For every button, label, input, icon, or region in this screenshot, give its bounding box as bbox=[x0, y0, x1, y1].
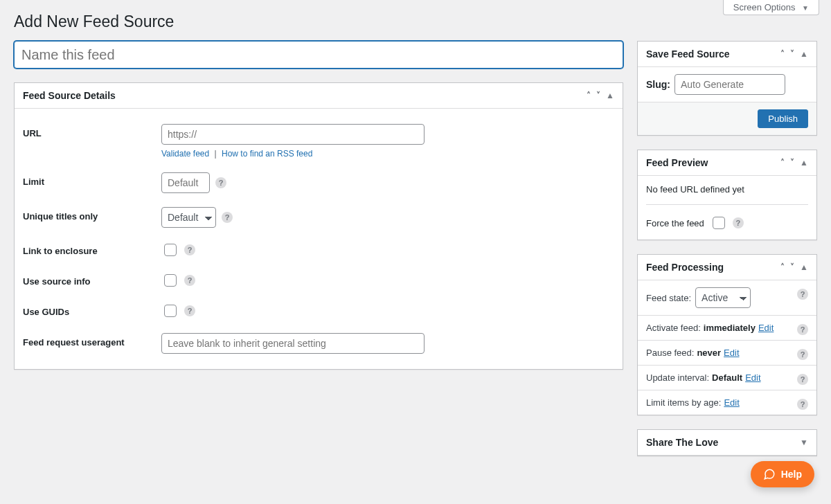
pause-feed-label: Pause feed: bbox=[646, 348, 694, 358]
feed-processing-panel: Feed Processing ˄ ˅ ▲ Feed state: Active… bbox=[637, 254, 817, 415]
url-input[interactable] bbox=[161, 124, 425, 145]
limit-age-label: Limit items by age: bbox=[646, 397, 721, 408]
save-heading: Save Feed Source bbox=[646, 48, 730, 60]
share-heading: Share The Love bbox=[646, 437, 718, 448]
move-up-icon[interactable]: ˄ bbox=[587, 91, 591, 100]
unique-titles-label: Unique titles only bbox=[23, 207, 148, 222]
panel-toggle-icon[interactable]: ▼ bbox=[800, 438, 808, 447]
link-enclosure-checkbox[interactable] bbox=[164, 244, 177, 256]
feed-state-label: Feed state: bbox=[646, 293, 691, 303]
chat-icon bbox=[763, 468, 776, 480]
help-icon[interactable]: ? bbox=[733, 217, 744, 228]
feed-title-input[interactable] bbox=[14, 41, 623, 69]
help-icon[interactable]: ? bbox=[215, 177, 226, 188]
separator: | bbox=[215, 149, 217, 159]
link-enclosure-label: Link to enclosure bbox=[23, 242, 148, 256]
screen-options-label: Screen Options bbox=[733, 2, 796, 12]
move-up-icon[interactable]: ˄ bbox=[780, 263, 785, 271]
useragent-label: Feed request useragent bbox=[23, 333, 148, 348]
share-the-love-panel: Share The Love ▼ bbox=[637, 429, 817, 456]
feed-source-details-panel: Feed Source Details ˄ ˅ ▲ URL Validate f… bbox=[14, 82, 623, 370]
panel-toggle-icon[interactable]: ▲ bbox=[606, 91, 614, 100]
how-to-find-rss-link[interactable]: How to find an RSS feed bbox=[222, 149, 312, 159]
move-down-icon[interactable]: ˅ bbox=[596, 91, 600, 100]
help-fab-button[interactable]: Help bbox=[751, 461, 814, 487]
url-label: URL bbox=[23, 124, 148, 138]
panel-toggle-icon[interactable]: ▲ bbox=[800, 49, 808, 59]
update-interval-edit-link[interactable]: Edit bbox=[745, 372, 760, 383]
move-up-icon[interactable]: ˄ bbox=[780, 50, 785, 58]
no-feed-url-message: No feed URL defined yet bbox=[646, 184, 808, 205]
update-interval-value: Default bbox=[712, 372, 742, 383]
panel-toggle-icon[interactable]: ▲ bbox=[800, 158, 808, 168]
help-icon[interactable]: ? bbox=[184, 305, 195, 316]
move-down-icon[interactable]: ˅ bbox=[790, 159, 794, 167]
use-source-info-label: Use source info bbox=[23, 272, 148, 287]
force-feed-label: Force the feed bbox=[646, 218, 704, 228]
limit-input[interactable] bbox=[161, 172, 210, 193]
force-feed-checkbox[interactable] bbox=[713, 217, 725, 229]
help-fab-label: Help bbox=[781, 469, 802, 480]
help-icon[interactable]: ? bbox=[222, 212, 233, 223]
slug-label: Slug: bbox=[646, 79, 670, 90]
page-title: Add New Feed Source bbox=[14, 12, 817, 31]
help-icon[interactable]: ? bbox=[797, 399, 808, 410]
use-guids-label: Use GUIDs bbox=[23, 303, 148, 317]
screen-options-toggle[interactable]: Screen Options ▼ bbox=[723, 0, 819, 15]
move-down-icon[interactable]: ˅ bbox=[790, 263, 794, 271]
processing-heading: Feed Processing bbox=[646, 262, 724, 273]
pause-feed-edit-link[interactable]: Edit bbox=[724, 348, 739, 358]
slug-input[interactable] bbox=[674, 74, 785, 95]
useragent-input[interactable] bbox=[161, 333, 425, 354]
activate-feed-edit-link[interactable]: Edit bbox=[758, 323, 774, 333]
activate-feed-label: Activate feed: bbox=[646, 323, 701, 333]
help-icon[interactable]: ? bbox=[797, 349, 808, 360]
limit-label: Limit bbox=[23, 172, 148, 187]
panel-toggle-icon[interactable]: ▲ bbox=[800, 262, 808, 272]
save-feed-source-panel: Save Feed Source ˄ ˅ ▲ Slug: Publish bbox=[637, 41, 817, 136]
update-interval-label: Update interval: bbox=[646, 372, 709, 383]
help-icon[interactable]: ? bbox=[797, 324, 808, 335]
help-icon[interactable]: ? bbox=[797, 374, 808, 385]
limit-age-edit-link[interactable]: Edit bbox=[724, 397, 739, 408]
help-icon[interactable]: ? bbox=[184, 244, 195, 255]
use-guids-checkbox[interactable] bbox=[164, 305, 177, 317]
help-icon[interactable]: ? bbox=[184, 275, 195, 286]
feed-preview-panel: Feed Preview ˄ ˅ ▲ No feed URL defined y… bbox=[637, 150, 817, 240]
caret-down-icon: ▼ bbox=[802, 4, 809, 12]
validate-feed-link[interactable]: Validate feed bbox=[161, 149, 209, 159]
move-down-icon[interactable]: ˅ bbox=[790, 50, 794, 58]
use-source-info-checkbox[interactable] bbox=[164, 274, 177, 287]
activate-feed-value: immediately bbox=[704, 323, 756, 333]
help-icon[interactable]: ? bbox=[797, 289, 808, 300]
feed-state-select[interactable]: Active bbox=[695, 287, 751, 308]
unique-titles-select[interactable]: Default bbox=[161, 207, 216, 228]
pause-feed-value: never bbox=[697, 348, 721, 358]
move-up-icon[interactable]: ˄ bbox=[780, 159, 785, 167]
publish-button[interactable]: Publish bbox=[758, 109, 808, 128]
details-heading: Feed Source Details bbox=[23, 90, 116, 101]
preview-heading: Feed Preview bbox=[646, 157, 708, 168]
